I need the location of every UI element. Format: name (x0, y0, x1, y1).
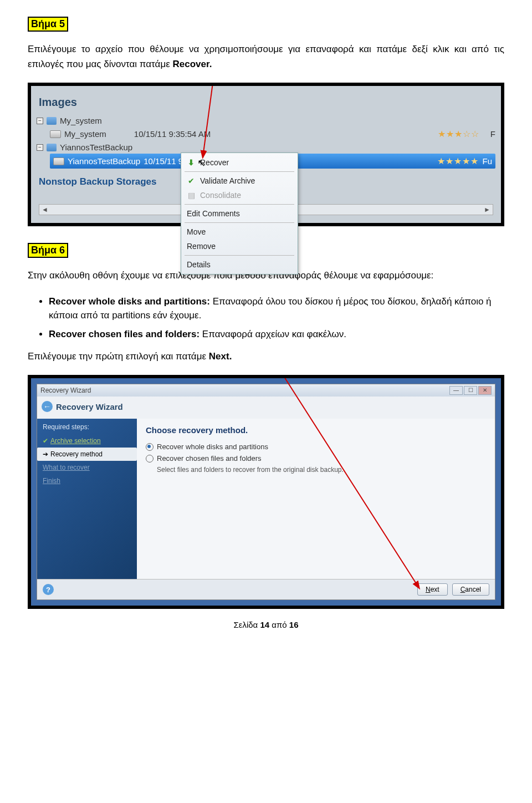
rating-suffix: F (490, 129, 495, 139)
sidebar-step-archive[interactable]: ✔ Archive selection (43, 434, 131, 448)
radio-2-label: Recover chosen files and folders (157, 454, 262, 463)
screenshot-1-inner: Images − My_system My_system 10/15/11 9:… (31, 86, 501, 223)
rating-stars-icon: ★★★☆☆ (438, 129, 479, 139)
menu-consolidate-label: Consolidate (200, 191, 241, 200)
wizard-body: Required steps: ✔ Archive selection ➔ Re… (37, 419, 495, 579)
menu-details[interactable]: Details (181, 257, 298, 272)
maximize-button[interactable]: ☐ (464, 386, 477, 395)
wizard-window: Recovery Wizard — ☐ ✕ ← Recovery Wizard … (37, 384, 495, 600)
images-title: Images (39, 96, 495, 109)
cancel-button[interactable]: Cancel (452, 583, 489, 596)
step-5-text: Επιλέγουμε το αρχείο που θέλουμε να χρησ… (28, 44, 504, 69)
expander-icon[interactable]: − (37, 118, 43, 124)
cursor-icon: ↖ (197, 157, 206, 169)
footer-total: 16 (289, 620, 299, 629)
menu-separator (185, 171, 294, 172)
bullet-1-bold: Recover whole disks and partitions: (49, 296, 210, 307)
menu-remove-label: Remove (187, 242, 216, 251)
next-button[interactable]: Next (417, 583, 448, 596)
radio-2-desc: Select files and folders to recover from… (157, 466, 486, 474)
menu-edit-label: Edit Comments (187, 209, 240, 218)
wizard-header: ← Recovery Wizard (42, 399, 490, 416)
wizard-footer: ? Next Cancel (37, 579, 495, 599)
tree-folder-yiannos[interactable]: − YiannosTestBackup (37, 141, 495, 154)
step-6-after-text: Επιλέγουμε την πρώτη επιλογή και πατάμε (28, 351, 209, 362)
arrow-icon: ➔ (43, 450, 48, 458)
step-5-bold: Recover. (173, 59, 212, 69)
sidebar-step-finish[interactable]: Finish (43, 474, 131, 487)
screenshot-2: Recovery Wizard — ☐ ✕ ← Recovery Wizard … (28, 375, 504, 609)
radio-icon[interactable] (146, 443, 154, 451)
check-icon: ✔ (43, 437, 48, 445)
bullet-2: Recover chosen files and folders: Επαναφ… (49, 327, 504, 342)
sidebar-what-label: What to recover (43, 464, 90, 471)
wizard-header-text: Recovery Wizard (56, 402, 123, 411)
rating-stars-icon: ★★★★★ (437, 156, 479, 166)
sidebar-required-label: Required steps: (43, 423, 131, 431)
folder-icon (47, 144, 57, 151)
sidebar-finish-label: Finish (43, 477, 60, 485)
step-5-paragraph: Επιλέγουμε το αρχείο που θέλουμε να χρησ… (28, 42, 504, 72)
radio-1-label: Recover whole disks and partitions (157, 443, 268, 451)
menu-separator (185, 255, 294, 256)
highlighted-suffix: Fu (482, 156, 492, 166)
highlighted-label: YiannosTestBackup (68, 156, 140, 166)
menu-validate[interactable]: ✔ Validate Archive (181, 174, 298, 188)
item-date: 10/15/11 9:35:54 AM (134, 129, 211, 139)
bullet-1: Recover whole disks and partitions: Επαν… (49, 294, 504, 323)
scroll-right-icon[interactable]: ► (484, 206, 490, 214)
menu-details-label: Details (187, 260, 211, 269)
menu-validate-label: Validate Archive (200, 176, 255, 185)
minimize-button[interactable]: — (449, 386, 463, 395)
radio-option-2[interactable]: Recover chosen files and folders (146, 454, 486, 463)
next-button-label: ext (431, 586, 439, 593)
radio-option-1[interactable]: Recover whole disks and partitions (146, 443, 486, 451)
menu-consolidate: ▤ Consolidate (181, 188, 298, 202)
bullet-list: Recover whole disks and partitions: Επαν… (28, 294, 504, 342)
folder-label: My_system (60, 116, 102, 125)
sidebar-step-what[interactable]: What to recover (43, 461, 131, 474)
scroll-left-icon[interactable]: ◄ (42, 206, 48, 214)
bullet-2-rest: Επαναφορά αρχείων και φακέλων. (202, 329, 346, 339)
footer-mid: από (272, 620, 289, 629)
validate-icon: ✔ (187, 176, 196, 185)
disk-icon (53, 157, 64, 165)
folder-label: YiannosTestBackup (60, 143, 132, 152)
page-footer: Σελίδα 14 από 16 (28, 620, 504, 629)
step-6-after-bold: Next. (209, 351, 232, 362)
step-6-label: Βήμα 6 (28, 243, 68, 258)
menu-move-label: Move (187, 227, 206, 236)
item-label: My_system (64, 129, 106, 139)
choose-method-title: Choose recovery method. (146, 425, 486, 435)
bullet-2-bold: Recover chosen files and folders: (49, 329, 200, 339)
back-arrow-icon[interactable]: ← (42, 401, 53, 412)
menu-separator (185, 204, 294, 205)
menu-remove[interactable]: Remove (181, 239, 298, 253)
wizard-titlebar: Recovery Wizard — ☐ ✕ (37, 384, 495, 397)
tree-folder-mysystem[interactable]: − My_system (37, 114, 495, 127)
close-button[interactable]: ✕ (478, 386, 492, 395)
sidebar-step-method[interactable]: ➔ Recovery method (37, 448, 137, 461)
tree-item-mysystem[interactable]: My_system 10/15/11 9:35:54 AM ★★★☆☆ F (50, 127, 495, 141)
footer-prefix: Σελίδα (233, 620, 260, 629)
radio-icon[interactable] (146, 455, 154, 463)
recover-arrow-icon: ⬇ (187, 158, 196, 167)
menu-edit-comments[interactable]: Edit Comments (181, 206, 298, 221)
step-5-label: Βήμα 5 (28, 17, 68, 32)
consolidate-icon: ▤ (187, 191, 196, 200)
wizard-main: Choose recovery method. Recover whole di… (137, 419, 495, 579)
wizard-titlebar-text: Recovery Wizard (40, 387, 91, 394)
context-menu: ⬇ Recover ✔ Validate Archive ▤ Consolida… (181, 153, 298, 275)
menu-separator (185, 222, 294, 223)
help-icon[interactable]: ? (43, 584, 54, 595)
expander-icon[interactable]: − (37, 144, 43, 151)
menu-move[interactable]: Move (181, 225, 298, 239)
step-6-after: Επιλέγουμε την πρώτη επιλογή και πατάμε … (28, 349, 504, 364)
sidebar-archive-label: Archive selection (50, 437, 101, 445)
sidebar-method-label: Recovery method (50, 450, 103, 458)
folder-icon (47, 117, 57, 125)
footer-page: 14 (260, 620, 269, 629)
disk-icon (50, 130, 61, 138)
window-buttons: — ☐ ✕ (449, 386, 492, 395)
screenshot-1: Images − My_system My_system 10/15/11 9:… (28, 83, 504, 226)
